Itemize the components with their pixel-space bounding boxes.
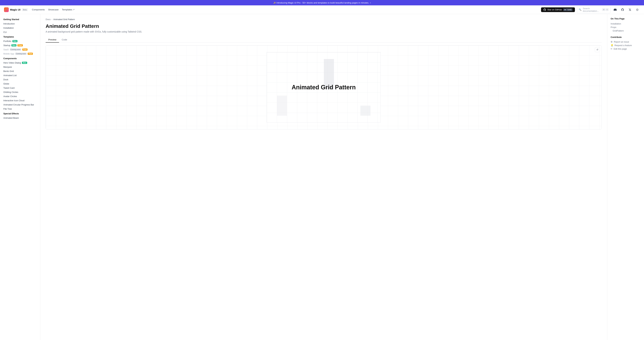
github-icon [544,8,546,11]
page-title: Animated Grid Pattern [46,23,602,29]
sidebar-item-animated-list[interactable]: Animated List [0,73,40,78]
brand-name: Magic UI [10,8,20,11]
nav-showcase[interactable]: Showcase [48,8,58,11]
templates-title: Templates [0,34,40,39]
banner-arrow: › [370,1,371,4]
search-box[interactable]: 🔍 Search documentation... ⌘ K [577,6,610,13]
sidebar-item-startup[interactable]: Startup New Paid [0,43,40,48]
nav-templates[interactable]: Templates ↗ [62,8,74,11]
star-count: ★ 7,640 [563,8,572,11]
discord-button[interactable] [612,7,618,12]
right-panel: On This Page Installation Props GridPatt… [607,14,644,340]
banner-text: ✨ Introducing Magic UI Pro - 50+ blocks … [273,2,369,4]
top-banner[interactable]: ✨ Introducing Magic UI Pro - 50+ blocks … [0,0,644,5]
anim-square-1 [324,59,334,69]
sidebar-item-saas[interactable]: SaaS Coming soon Paid [0,48,40,52]
twitter-button[interactable] [627,7,632,12]
mobileapp-paid-badge: Paid [28,53,33,55]
components-title: Components [0,56,40,61]
sidebar-item-installation[interactable]: Installation [0,26,40,30]
sidebar-item-animated-beam[interactable]: Animated Beam [0,116,40,120]
github-icon-button[interactable] [620,7,625,12]
tab-code[interactable]: Code [59,37,70,42]
search-placeholder: Search documentation... [583,7,601,12]
header: 🪄 Magic UI Beta Components Showcase Temp… [0,5,644,14]
sidebar-item-icon-cloud[interactable]: Interactive Icon Cloud [0,98,40,102]
sidebar-item-orbiting-circles[interactable]: Orbiting Circles [0,90,40,94]
anim-square-2 [324,69,334,79]
toc-installation[interactable]: Installation [611,22,641,26]
grid-preview: Animated Grid Pattern [46,46,602,129]
special-effects-title: Special Effects [0,111,40,116]
nav-components[interactable]: Components [32,8,45,11]
sidebar-item-marquee[interactable]: Marquee [0,65,40,69]
breadcrumb-separator: › [52,18,52,20]
github-nav-icon [621,8,624,11]
sidebar-item-globe[interactable]: Globe [0,82,40,86]
search-kbd: ⌘ K [602,8,608,11]
logo-icon: 🪄 [4,8,9,12]
sidebar-item-dock[interactable]: Dock [0,78,40,82]
main-layout: Getting Started Introduction Installatio… [0,14,644,340]
search-icon: 🔍 [579,8,582,11]
sidebar-item-portfolio[interactable]: Portfolio New [0,39,40,43]
cmd-key: ⌘ [602,8,606,11]
sidebar: Getting Started Introduction Installatio… [0,14,40,340]
sidebar-item-tweet-card[interactable]: Tweet Card [0,86,40,90]
sidebar-item-mobile-app[interactable]: Mobile App Coming soon Paid [0,52,40,56]
sidebar-item-hero-video[interactable]: Hero Video Dialog New [0,61,40,65]
nav: Components Showcase Templates ↗ [32,8,74,11]
github-label: Star on GitHub [548,8,562,11]
edit-page-link[interactable]: ✏ Edit this page [611,47,641,51]
beta-badge: Beta [22,8,28,11]
request-feature-link[interactable]: 💡 Request a feature [611,44,641,47]
report-issue-link[interactable]: ⚙ Report an issue [611,40,641,44]
twitter-icon [628,8,631,11]
theme-toggle-button[interactable] [634,7,640,12]
sidebar-item-avatar-circles[interactable]: Avatar Circles [0,94,40,98]
portfolio-new-badge: New [12,40,18,42]
edit-icon: ✏ [611,48,612,50]
header-right: Star on GitHub ★ 7,640 🔍 Search document… [541,6,640,13]
saas-coming-badge: Coming soon [10,48,21,51]
feature-icon: 💡 [611,44,613,46]
sun-icon [636,8,639,11]
report-icon: ⚙ [611,40,613,43]
toc-title: On This Page [611,18,641,20]
breadcrumb-root[interactable]: Docs [46,18,51,20]
herovideo-new-badge: New [22,62,27,64]
sidebar-item-circular-progress[interactable]: Animated Circular Progress Bar [0,102,40,107]
preview-area: ↺ Animated Grid Pattern [46,45,602,130]
grid-inner-box: Animated Grid Pattern [267,52,381,122]
getting-started-title: Getting Started [0,17,40,22]
breadcrumb: Docs › Animated Grid Pattern [46,18,602,20]
refresh-button[interactable]: ↺ [595,47,600,52]
tab-preview[interactable]: Preview [46,37,59,42]
startup-new-badge: New [12,44,16,46]
startup-paid-badge: Paid [18,44,23,46]
anim-square-4 [277,96,287,116]
k-key: K [606,8,608,11]
anim-square-5 [360,106,370,116]
sidebar-item-introduction[interactable]: Introduction [0,22,40,26]
sidebar-item-bento-grid[interactable]: Bento Grid [0,69,40,73]
sidebar-item-file-tree[interactable]: File Tree [0,107,40,111]
tabs: Preview Code [46,37,602,42]
toc-gridpattern[interactable]: GridPattern [611,29,641,32]
breadcrumb-current: Animated Grid Pattern [53,18,75,20]
logo-area: 🪄 Magic UI Beta [4,8,28,12]
main-content: Docs › Animated Grid Pattern Animated Gr… [40,14,607,340]
toc-props[interactable]: Props [611,26,641,29]
preview-toolbar: ↺ [595,47,600,52]
page-description: A animated background grid pattern made … [46,30,602,33]
grid-preview-title: Animated Grid Pattern [292,84,356,91]
github-button[interactable]: Star on GitHub ★ 7,640 [541,8,575,12]
contribute-title: Contribute [611,36,641,38]
mobileapp-coming-badge: Coming soon [15,53,27,55]
external-icon: ↗ [73,8,74,11]
sidebar-item-cli[interactable]: CLI [0,30,40,34]
saas-paid-badge: Paid [22,48,28,51]
discord-icon [614,8,617,11]
